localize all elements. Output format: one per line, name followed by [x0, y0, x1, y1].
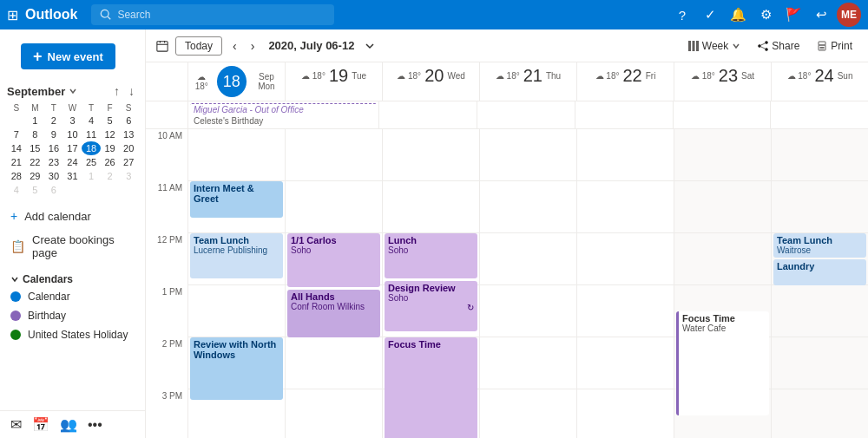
- add-calendar-item[interactable]: + Add calendar: [0, 204, 145, 228]
- mini-cal-prev[interactable]: ↑: [110, 83, 123, 99]
- mini-cal-day[interactable]: 13: [119, 127, 138, 141]
- mini-cal-day[interactable]: [119, 183, 138, 197]
- date-range[interactable]: 2020, July 06-12: [268, 39, 354, 52]
- mini-cal-day[interactable]: 5: [101, 114, 120, 127]
- mini-cal-day[interactable]: 26: [101, 155, 120, 169]
- day-header-sat: ☁ 18° 23 Sat: [674, 62, 771, 101]
- mini-cal-day[interactable]: 21: [7, 155, 26, 169]
- mini-cal-day[interactable]: 2: [101, 169, 120, 183]
- event-intern-title: Intern Meet & Greet: [194, 183, 279, 204]
- mini-cal-day[interactable]: 4: [82, 114, 101, 127]
- topbar: ⊞ Outlook ? ✓ 🔔 ⚙ 🚩 ↩ ME: [0, 0, 868, 29]
- mini-cal-day[interactable]: 16: [44, 141, 63, 155]
- calendar-icon-small: [156, 40, 168, 52]
- bell-icon[interactable]: 🔔: [726, 3, 750, 27]
- feedback-icon[interactable]: ↩: [809, 3, 833, 27]
- day-num-tue: 19: [329, 66, 348, 86]
- mini-cal-day[interactable]: [63, 183, 82, 197]
- mini-cal-day[interactable]: 5: [26, 183, 45, 197]
- new-event-button[interactable]: + New event: [21, 43, 115, 69]
- mini-cal-day[interactable]: [7, 114, 26, 127]
- mini-cal-day[interactable]: 20: [119, 141, 138, 155]
- waffle-icon[interactable]: ⊞: [7, 7, 18, 23]
- mini-cal-day[interactable]: 25: [82, 155, 101, 169]
- event-review-north[interactable]: Review with North Windows: [190, 337, 283, 400]
- create-bookings-item[interactable]: 📋 Create bookings page: [0, 228, 145, 265]
- mini-cal-day[interactable]: 10: [63, 127, 82, 141]
- day-header-mon: ☁ 18° 18 Sep Mon: [187, 62, 285, 101]
- mail-icon[interactable]: ✉: [10, 416, 22, 433]
- mini-cal-day[interactable]: 22: [26, 155, 45, 169]
- mini-cal-day[interactable]: 15: [26, 141, 45, 155]
- prev-button[interactable]: ‹: [229, 36, 240, 56]
- mini-cal-next[interactable]: ↓: [125, 83, 138, 99]
- birthday-event[interactable]: Celeste's Birthday: [190, 115, 377, 127]
- more-icon[interactable]: •••: [88, 417, 102, 433]
- mini-cal-day[interactable]: 8: [26, 127, 45, 141]
- mini-cal-day[interactable]: [101, 183, 120, 197]
- mini-cal-day[interactable]: 2: [44, 114, 63, 127]
- day-num-sat: 23: [719, 66, 738, 86]
- mini-cal-day[interactable]: 6: [44, 183, 63, 197]
- settings-icon[interactable]: ⚙: [753, 3, 778, 27]
- next-button[interactable]: ›: [247, 36, 259, 56]
- avatar[interactable]: ME: [837, 3, 861, 27]
- today-button[interactable]: Today: [175, 36, 222, 56]
- check-icon[interactable]: ✓: [698, 3, 722, 27]
- mini-cal-day[interactable]: 6: [119, 114, 138, 127]
- mini-cal-day[interactable]: 27: [119, 155, 138, 169]
- day-name-mon: Sep Mon: [250, 72, 283, 91]
- mini-cal-day[interactable]: 14: [7, 141, 26, 155]
- print-button[interactable]: Print: [812, 37, 858, 55]
- day-num-wed: 20: [424, 66, 444, 86]
- event-focus-wed[interactable]: Focus Time: [385, 337, 477, 438]
- mini-cal-day[interactable]: 12: [101, 127, 120, 141]
- oof-event[interactable]: Miguel Garcia - Out of Office: [190, 103, 377, 115]
- mini-cal-day[interactable]: 7: [7, 127, 26, 141]
- chevron-down-icon[interactable]: [69, 87, 77, 95]
- mini-cal-day[interactable]: 18: [82, 141, 101, 155]
- event-focus-sat[interactable]: Focus Time Water Cafe: [676, 311, 769, 415]
- help-icon[interactable]: ?: [670, 3, 694, 27]
- hour-10: [188, 129, 285, 181]
- calendar-item-calendar[interactable]: Calendar: [0, 287, 145, 306]
- mini-cal-day[interactable]: 23: [44, 155, 63, 169]
- event-design-review[interactable]: Design Review Soho ↻: [385, 281, 477, 331]
- mini-cal-day[interactable]: 30: [44, 169, 63, 183]
- search-input[interactable]: [117, 9, 326, 21]
- week-button[interactable]: Week: [683, 37, 746, 55]
- mini-cal-day[interactable]: [82, 183, 101, 197]
- mini-cal-day[interactable]: 3: [63, 114, 82, 127]
- search-box[interactable]: [91, 4, 334, 25]
- mini-cal-day[interactable]: 29: [26, 169, 45, 183]
- mini-cal-day[interactable]: 1: [82, 169, 101, 183]
- event-intern[interactable]: Intern Meet & Greet: [190, 181, 283, 218]
- event-team-lunch-mon[interactable]: Team Lunch Lucerne Publishing: [190, 233, 283, 278]
- calendar-icon[interactable]: 📅: [32, 416, 49, 433]
- mini-cal-day[interactable]: 11: [82, 127, 101, 141]
- mini-cal-day[interactable]: 9: [44, 127, 63, 141]
- sidebar-bottom: ✉ 📅 👥 •••: [0, 410, 145, 438]
- chevron-down-icon[interactable]: [365, 41, 375, 51]
- event-carlos[interactable]: 1/1 Carlos Soho: [287, 233, 380, 287]
- topbar-icons: ? ✓ 🔔 ⚙ 🚩 ↩ ME: [670, 3, 861, 27]
- calendar-item-holiday[interactable]: United States Holiday: [0, 325, 145, 344]
- mini-cal-day[interactable]: 28: [7, 169, 26, 183]
- mini-cal-day[interactable]: 17: [63, 141, 82, 155]
- event-laundry[interactable]: Laundry: [773, 259, 866, 285]
- flag-icon[interactable]: 🚩: [781, 3, 806, 27]
- people-icon[interactable]: 👥: [60, 416, 77, 433]
- mini-cal-day[interactable]: 1: [26, 114, 45, 127]
- mini-cal-day[interactable]: 19: [101, 141, 120, 155]
- mini-cal-day[interactable]: 3: [119, 169, 138, 183]
- event-lunch-wed[interactable]: Lunch Soho: [385, 233, 477, 278]
- mini-cal-day[interactable]: 31: [63, 169, 82, 183]
- mini-cal-day[interactable]: 4: [7, 183, 26, 197]
- share-button[interactable]: Share: [753, 37, 805, 55]
- svg-line-1: [108, 16, 111, 19]
- mini-cal-day[interactable]: 24: [63, 155, 82, 169]
- calendar-item-birthday[interactable]: Birthday: [0, 306, 145, 325]
- calendars-header[interactable]: Calendars: [0, 268, 145, 287]
- event-team-lunch-sun[interactable]: Team Lunch Waitrose: [773, 233, 866, 258]
- event-allhands[interactable]: All Hands Conf Room Wilkins: [287, 290, 380, 337]
